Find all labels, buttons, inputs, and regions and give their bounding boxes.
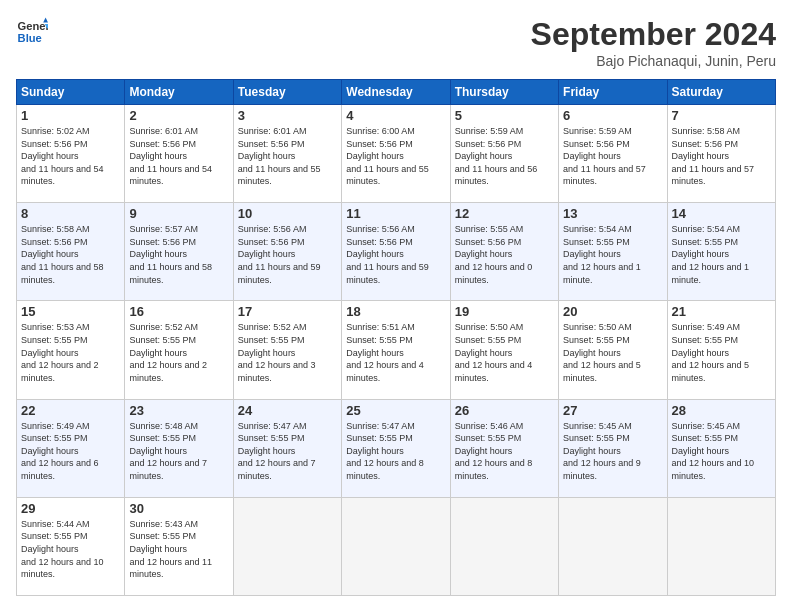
day-info: Sunrise: 6:01 AMSunset: 5:56 PMDaylight … bbox=[129, 125, 228, 188]
day-number: 1 bbox=[21, 108, 120, 123]
day-cell-8: 8Sunrise: 5:58 AMSunset: 5:56 PMDaylight… bbox=[17, 203, 125, 301]
day-info: Sunrise: 5:50 AMSunset: 5:55 PMDaylight … bbox=[563, 321, 662, 384]
day-cell-25: 25Sunrise: 5:47 AMSunset: 5:55 PMDayligh… bbox=[342, 399, 450, 497]
header-friday: Friday bbox=[559, 80, 667, 105]
day-cell-12: 12Sunrise: 5:55 AMSunset: 5:56 PMDayligh… bbox=[450, 203, 558, 301]
day-number: 18 bbox=[346, 304, 445, 319]
day-number: 11 bbox=[346, 206, 445, 221]
day-cell-17: 17Sunrise: 5:52 AMSunset: 5:55 PMDayligh… bbox=[233, 301, 341, 399]
day-info: Sunrise: 5:55 AMSunset: 5:56 PMDaylight … bbox=[455, 223, 554, 286]
title-area: September 2024 Bajo Pichanaqui, Junin, P… bbox=[531, 16, 776, 69]
header-saturday: Saturday bbox=[667, 80, 775, 105]
month-title: September 2024 bbox=[531, 16, 776, 53]
day-number: 15 bbox=[21, 304, 120, 319]
day-cell-19: 19Sunrise: 5:50 AMSunset: 5:55 PMDayligh… bbox=[450, 301, 558, 399]
day-number: 7 bbox=[672, 108, 771, 123]
day-cell-11: 11Sunrise: 5:56 AMSunset: 5:56 PMDayligh… bbox=[342, 203, 450, 301]
day-info: Sunrise: 5:47 AMSunset: 5:55 PMDaylight … bbox=[346, 420, 445, 483]
day-cell-18: 18Sunrise: 5:51 AMSunset: 5:55 PMDayligh… bbox=[342, 301, 450, 399]
day-cell-5: 5Sunrise: 5:59 AMSunset: 5:56 PMDaylight… bbox=[450, 105, 558, 203]
day-info: Sunrise: 5:57 AMSunset: 5:56 PMDaylight … bbox=[129, 223, 228, 286]
day-cell-23: 23Sunrise: 5:48 AMSunset: 5:55 PMDayligh… bbox=[125, 399, 233, 497]
day-number: 22 bbox=[21, 403, 120, 418]
day-info: Sunrise: 5:43 AMSunset: 5:55 PMDaylight … bbox=[129, 518, 228, 581]
empty-cell bbox=[450, 497, 558, 595]
day-cell-1: 1Sunrise: 5:02 AMSunset: 5:56 PMDaylight… bbox=[17, 105, 125, 203]
day-info: Sunrise: 5:52 AMSunset: 5:55 PMDaylight … bbox=[129, 321, 228, 384]
day-cell-21: 21Sunrise: 5:49 AMSunset: 5:55 PMDayligh… bbox=[667, 301, 775, 399]
day-info: Sunrise: 5:59 AMSunset: 5:56 PMDaylight … bbox=[563, 125, 662, 188]
day-number: 19 bbox=[455, 304, 554, 319]
day-info: Sunrise: 5:56 AMSunset: 5:56 PMDaylight … bbox=[346, 223, 445, 286]
empty-cell bbox=[559, 497, 667, 595]
day-info: Sunrise: 5:45 AMSunset: 5:55 PMDaylight … bbox=[563, 420, 662, 483]
day-number: 17 bbox=[238, 304, 337, 319]
day-cell-10: 10Sunrise: 5:56 AMSunset: 5:56 PMDayligh… bbox=[233, 203, 341, 301]
day-number: 6 bbox=[563, 108, 662, 123]
day-number: 3 bbox=[238, 108, 337, 123]
day-number: 21 bbox=[672, 304, 771, 319]
calendar-week-4: 22Sunrise: 5:49 AMSunset: 5:55 PMDayligh… bbox=[17, 399, 776, 497]
day-info: Sunrise: 5:49 AMSunset: 5:55 PMDaylight … bbox=[672, 321, 771, 384]
day-info: Sunrise: 5:51 AMSunset: 5:55 PMDaylight … bbox=[346, 321, 445, 384]
day-info: Sunrise: 6:00 AMSunset: 5:56 PMDaylight … bbox=[346, 125, 445, 188]
calendar-week-3: 15Sunrise: 5:53 AMSunset: 5:55 PMDayligh… bbox=[17, 301, 776, 399]
day-info: Sunrise: 5:47 AMSunset: 5:55 PMDaylight … bbox=[238, 420, 337, 483]
day-cell-14: 14Sunrise: 5:54 AMSunset: 5:55 PMDayligh… bbox=[667, 203, 775, 301]
logo: General Blue bbox=[16, 16, 48, 48]
day-number: 9 bbox=[129, 206, 228, 221]
day-cell-29: 29Sunrise: 5:44 AMSunset: 5:55 PMDayligh… bbox=[17, 497, 125, 595]
day-number: 23 bbox=[129, 403, 228, 418]
day-number: 14 bbox=[672, 206, 771, 221]
day-number: 28 bbox=[672, 403, 771, 418]
day-info: Sunrise: 5:52 AMSunset: 5:55 PMDaylight … bbox=[238, 321, 337, 384]
day-number: 8 bbox=[21, 206, 120, 221]
header-wednesday: Wednesday bbox=[342, 80, 450, 105]
day-number: 24 bbox=[238, 403, 337, 418]
day-cell-26: 26Sunrise: 5:46 AMSunset: 5:55 PMDayligh… bbox=[450, 399, 558, 497]
header-thursday: Thursday bbox=[450, 80, 558, 105]
logo-icon: General Blue bbox=[16, 16, 48, 48]
day-info: Sunrise: 5:54 AMSunset: 5:55 PMDaylight … bbox=[672, 223, 771, 286]
day-cell-20: 20Sunrise: 5:50 AMSunset: 5:55 PMDayligh… bbox=[559, 301, 667, 399]
day-info: Sunrise: 5:48 AMSunset: 5:55 PMDaylight … bbox=[129, 420, 228, 483]
calendar-week-5: 29Sunrise: 5:44 AMSunset: 5:55 PMDayligh… bbox=[17, 497, 776, 595]
day-info: Sunrise: 5:02 AMSunset: 5:56 PMDaylight … bbox=[21, 125, 120, 188]
day-cell-15: 15Sunrise: 5:53 AMSunset: 5:55 PMDayligh… bbox=[17, 301, 125, 399]
day-cell-16: 16Sunrise: 5:52 AMSunset: 5:55 PMDayligh… bbox=[125, 301, 233, 399]
day-info: Sunrise: 5:56 AMSunset: 5:56 PMDaylight … bbox=[238, 223, 337, 286]
page: General Blue September 2024 Bajo Pichana… bbox=[0, 0, 792, 612]
day-cell-6: 6Sunrise: 5:59 AMSunset: 5:56 PMDaylight… bbox=[559, 105, 667, 203]
day-info: Sunrise: 5:44 AMSunset: 5:55 PMDaylight … bbox=[21, 518, 120, 581]
day-info: Sunrise: 5:49 AMSunset: 5:55 PMDaylight … bbox=[21, 420, 120, 483]
day-cell-9: 9Sunrise: 5:57 AMSunset: 5:56 PMDaylight… bbox=[125, 203, 233, 301]
day-number: 13 bbox=[563, 206, 662, 221]
day-info: Sunrise: 5:59 AMSunset: 5:56 PMDaylight … bbox=[455, 125, 554, 188]
day-info: Sunrise: 5:50 AMSunset: 5:55 PMDaylight … bbox=[455, 321, 554, 384]
day-info: Sunrise: 5:53 AMSunset: 5:55 PMDaylight … bbox=[21, 321, 120, 384]
calendar-table: Sunday Monday Tuesday Wednesday Thursday… bbox=[16, 79, 776, 596]
day-cell-24: 24Sunrise: 5:47 AMSunset: 5:55 PMDayligh… bbox=[233, 399, 341, 497]
day-number: 29 bbox=[21, 501, 120, 516]
day-info: Sunrise: 5:54 AMSunset: 5:55 PMDaylight … bbox=[563, 223, 662, 286]
day-cell-28: 28Sunrise: 5:45 AMSunset: 5:55 PMDayligh… bbox=[667, 399, 775, 497]
day-number: 12 bbox=[455, 206, 554, 221]
header-monday: Monday bbox=[125, 80, 233, 105]
day-cell-2: 2Sunrise: 6:01 AMSunset: 5:56 PMDaylight… bbox=[125, 105, 233, 203]
header-tuesday: Tuesday bbox=[233, 80, 341, 105]
day-number: 2 bbox=[129, 108, 228, 123]
calendar-week-1: 1Sunrise: 5:02 AMSunset: 5:56 PMDaylight… bbox=[17, 105, 776, 203]
day-number: 20 bbox=[563, 304, 662, 319]
day-cell-13: 13Sunrise: 5:54 AMSunset: 5:55 PMDayligh… bbox=[559, 203, 667, 301]
day-info: Sunrise: 6:01 AMSunset: 5:56 PMDaylight … bbox=[238, 125, 337, 188]
day-cell-27: 27Sunrise: 5:45 AMSunset: 5:55 PMDayligh… bbox=[559, 399, 667, 497]
day-cell-30: 30Sunrise: 5:43 AMSunset: 5:55 PMDayligh… bbox=[125, 497, 233, 595]
day-number: 16 bbox=[129, 304, 228, 319]
day-cell-22: 22Sunrise: 5:49 AMSunset: 5:55 PMDayligh… bbox=[17, 399, 125, 497]
day-cell-4: 4Sunrise: 6:00 AMSunset: 5:56 PMDaylight… bbox=[342, 105, 450, 203]
header-sunday: Sunday bbox=[17, 80, 125, 105]
day-info: Sunrise: 5:46 AMSunset: 5:55 PMDaylight … bbox=[455, 420, 554, 483]
day-number: 27 bbox=[563, 403, 662, 418]
day-number: 26 bbox=[455, 403, 554, 418]
day-cell-7: 7Sunrise: 5:58 AMSunset: 5:56 PMDaylight… bbox=[667, 105, 775, 203]
